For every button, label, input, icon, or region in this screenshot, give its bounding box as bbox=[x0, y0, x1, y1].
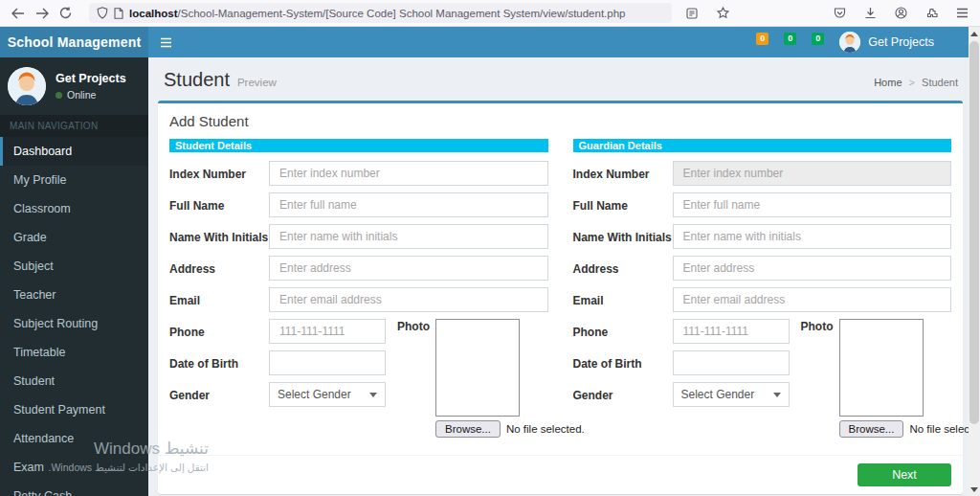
student-photo-preview bbox=[435, 319, 520, 417]
sidebar-item-teacher[interactable]: Teacher bbox=[0, 281, 148, 309]
student-dob-input[interactable] bbox=[269, 350, 386, 375]
page-subtitle: Preview bbox=[237, 77, 277, 88]
student-email-input[interactable] bbox=[269, 287, 548, 312]
card-title: Add Student bbox=[158, 103, 963, 135]
sidebar-item-grade[interactable]: Grade bbox=[0, 223, 148, 252]
breadcrumb-home[interactable]: Home bbox=[874, 77, 902, 88]
guardian-initials-input[interactable] bbox=[673, 224, 952, 249]
student-initials-input[interactable] bbox=[269, 224, 548, 249]
sidebar-toggle-icon[interactable] bbox=[160, 37, 179, 48]
user-menu-label: Get Projects bbox=[868, 35, 934, 49]
guardian-gender-select[interactable]: Select Gender bbox=[673, 382, 790, 407]
sidebar-item-student[interactable]: Student bbox=[0, 367, 148, 395]
student-index-input[interactable] bbox=[269, 161, 548, 186]
notifications-badge[interactable]: 0 bbox=[784, 33, 796, 45]
scroll-down-icon[interactable] bbox=[969, 483, 980, 496]
guardian-browse-button[interactable]: Browse... bbox=[839, 420, 904, 438]
breadcrumb: Home > Student bbox=[874, 77, 958, 88]
guardian-email-input[interactable] bbox=[673, 287, 952, 312]
sidebar-item-subject[interactable]: Subject bbox=[0, 252, 148, 281]
sidebar-item-exam[interactable]: Exam bbox=[0, 453, 148, 482]
sidebar-item-subject-routing[interactable]: Subject Routing bbox=[0, 309, 148, 338]
field-label: Email bbox=[573, 287, 673, 312]
guardian-dob-input[interactable] bbox=[673, 350, 790, 375]
field-label: Full Name bbox=[169, 192, 269, 217]
guardian-phone-input[interactable] bbox=[673, 319, 790, 344]
photo-label: Photo bbox=[397, 319, 430, 438]
tasks-badge[interactable]: 0 bbox=[812, 33, 824, 45]
bookmark-star-icon[interactable] bbox=[710, 3, 735, 24]
reader-view-icon[interactable] bbox=[679, 3, 704, 24]
pocket-icon[interactable] bbox=[827, 3, 852, 24]
menu-icon[interactable] bbox=[949, 3, 974, 24]
downloads-icon[interactable] bbox=[858, 3, 882, 24]
guardian-address-input[interactable] bbox=[673, 256, 952, 281]
add-student-card: Add Student Student Details Index Number… bbox=[158, 101, 963, 494]
chevron-down-icon bbox=[773, 393, 781, 397]
guardian-index-input bbox=[673, 161, 952, 186]
scroll-up-icon[interactable] bbox=[969, 27, 980, 40]
sidebar: Get Projects Online MAIN NAVIGATION Dash… bbox=[0, 57, 148, 496]
main-content: Student Preview Home > Student Add Stude… bbox=[148, 57, 980, 496]
field-label: Email bbox=[169, 287, 269, 312]
student-full-name-input[interactable] bbox=[269, 192, 548, 217]
field-label: Date of Birth bbox=[573, 350, 673, 375]
app-brand[interactable]: School Management bbox=[0, 27, 148, 57]
breadcrumb-current: Student bbox=[922, 77, 958, 88]
app-header: School Management 0 0 0 Get Projects bbox=[0, 27, 980, 57]
field-label: Name With Initials bbox=[573, 224, 673, 249]
field-label: Phone bbox=[573, 319, 673, 344]
student-browse-button[interactable]: Browse... bbox=[435, 420, 501, 438]
student-photo-group: Photo Browse... No file selected. bbox=[397, 319, 585, 438]
sidebar-user-name: Get Projects bbox=[56, 72, 126, 85]
user-menu[interactable]: Get Projects bbox=[839, 32, 934, 53]
guardian-details-header: Guardian Details bbox=[573, 139, 952, 152]
sidebar-item-classroom[interactable]: Classroom bbox=[0, 194, 148, 223]
photo-label: Photo bbox=[801, 319, 834, 438]
sidebar-item-student-payment[interactable]: Student Payment bbox=[0, 395, 148, 424]
address-bar[interactable]: localhost/School-Management-System/[Sour… bbox=[89, 3, 672, 23]
sidebar-item-my-profile[interactable]: My Profile bbox=[0, 166, 148, 194]
scrollbar-thumb[interactable] bbox=[969, 41, 979, 424]
student-details-column: Student Details Index Number Full Name N… bbox=[169, 139, 548, 449]
student-gender-select[interactable]: Select Gender bbox=[269, 382, 386, 407]
browser-toolbar: localhost/School-Management-System/[Sour… bbox=[0, 0, 980, 27]
back-icon[interactable] bbox=[6, 3, 30, 24]
field-label: Phone bbox=[169, 319, 269, 344]
account-icon[interactable] bbox=[888, 3, 913, 24]
url-host: localhost bbox=[129, 8, 177, 19]
url-path: /School-Management-System/[Source Code] … bbox=[178, 8, 626, 19]
sidebar-item-attendance[interactable]: Attendance bbox=[0, 424, 148, 453]
extensions-icon[interactable] bbox=[919, 3, 944, 24]
guardian-full-name-input[interactable] bbox=[673, 192, 952, 217]
guardian-photo-group: Photo Browse... No file selected. bbox=[801, 319, 980, 438]
guardian-details-column: Guardian Details Index Number Full Name … bbox=[573, 139, 952, 449]
forward-icon[interactable] bbox=[30, 3, 54, 24]
window-scrollbar[interactable] bbox=[969, 27, 980, 496]
shield-icon[interactable] bbox=[97, 7, 108, 19]
sidebar-menu: Dashboard My Profile Classroom Grade Sub… bbox=[0, 137, 148, 496]
messages-badge[interactable]: 0 bbox=[756, 33, 768, 45]
sidebar-nav-header: MAIN NAVIGATION bbox=[0, 115, 148, 137]
page-icon bbox=[114, 8, 123, 19]
student-address-input[interactable] bbox=[269, 256, 548, 281]
field-label: Name With Initials bbox=[169, 224, 269, 249]
breadcrumb-separator: > bbox=[909, 77, 915, 88]
next-button[interactable]: Next bbox=[858, 463, 951, 486]
sidebar-item-timetable[interactable]: Timetable bbox=[0, 338, 148, 367]
sidebar-user-status[interactable]: Online bbox=[56, 89, 126, 101]
field-label: Address bbox=[573, 256, 673, 281]
chevron-down-icon bbox=[369, 393, 377, 397]
online-dot-icon bbox=[56, 92, 62, 99]
sidebar-item-dashboard[interactable]: Dashboard bbox=[0, 137, 148, 166]
page-title: Student bbox=[164, 69, 230, 91]
sidebar-item-petty-cash[interactable]: Petty Cash bbox=[0, 482, 148, 496]
reload-icon[interactable] bbox=[54, 3, 78, 24]
field-label: Gender bbox=[573, 382, 673, 407]
guardian-photo-preview bbox=[839, 319, 924, 417]
sidebar-user-panel: Get Projects Online bbox=[0, 57, 148, 115]
field-label: Date of Birth bbox=[169, 350, 269, 375]
field-label: Gender bbox=[169, 382, 269, 407]
avatar bbox=[8, 67, 46, 105]
student-phone-input[interactable] bbox=[269, 319, 386, 344]
